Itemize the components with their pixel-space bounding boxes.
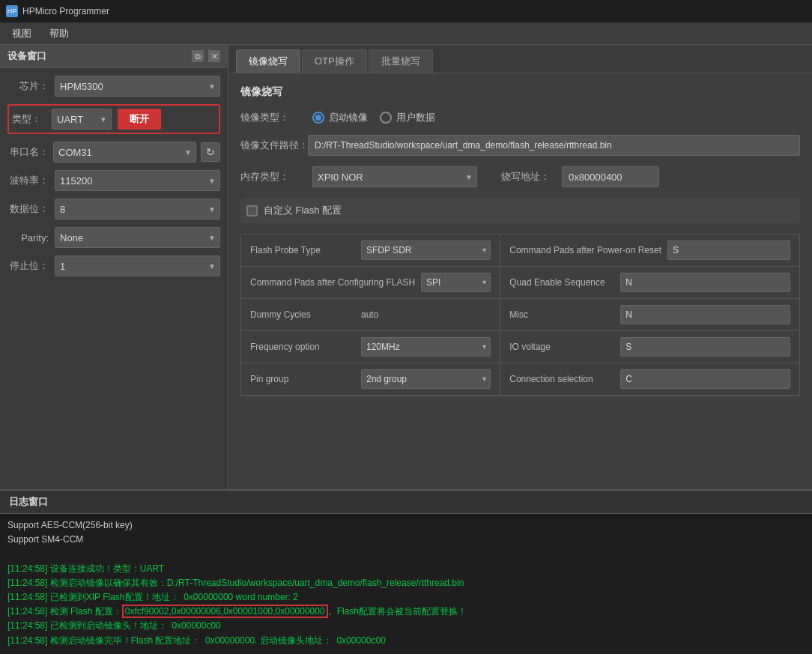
com-select-wrapper: COM31 ▼	[53, 142, 196, 163]
cmd-pads-flash-cell: Command Pads after Configuring FLASH SPI…	[241, 267, 500, 299]
file-path-input[interactable]	[308, 135, 800, 156]
conn-selection-input[interactable]	[620, 369, 790, 389]
com-label: 串口名：	[7, 145, 49, 159]
tab-otp[interactable]: OTP操作	[302, 49, 367, 73]
cmd-pads-reset-cell: Command Pads after Power-on Reset	[500, 234, 799, 267]
parity-row: Parity: None ▼	[7, 227, 220, 248]
flash-probe-type-label: Flash Probe Type	[250, 245, 355, 255]
freq-option-select[interactable]: 120MHz 200MHz	[361, 337, 491, 357]
mem-type-select[interactable]: XPI0 NOR	[312, 166, 477, 187]
radio-user-data[interactable]: 用户数据	[380, 111, 435, 124]
radio-group: 启动镜像 用户数据	[312, 111, 435, 124]
app-title: HPMicro Programmer	[22, 6, 109, 16]
baud-row: 波特率： 115200 ▼	[7, 170, 220, 191]
baud-select[interactable]: 115200	[55, 170, 220, 191]
menu-help[interactable]: 帮助	[40, 24, 78, 43]
stopbits-select[interactable]: 1	[55, 255, 220, 276]
device-panel-title: 设备窗口	[7, 49, 46, 63]
misc-label: Misc	[509, 309, 614, 320]
flash-probe-type-select-wrapper: SFDP SDR SFDP DDR ▼	[361, 240, 491, 260]
chip-select[interactable]: HPM5300	[55, 76, 220, 97]
type-select-wrapper: UART ▼	[52, 109, 112, 130]
image-type-label: 镜像类型：	[240, 111, 300, 124]
log-line-5: [11:24:58] 已检测到XIP Flash配置！地址： 0x0000000…	[7, 590, 805, 605]
stopbits-row: 停止位： 1 ▼	[7, 255, 220, 276]
io-voltage-cell: IO voltage	[500, 331, 799, 363]
type-select[interactable]: UART	[52, 109, 112, 130]
conn-selection-label: Connection selection	[509, 374, 614, 384]
flash-probe-type-cell: Flash Probe Type SFDP SDR SFDP DDR ▼	[241, 234, 500, 267]
io-voltage-input[interactable]	[620, 337, 790, 357]
tab-batch-burn[interactable]: 批量烧写	[369, 49, 433, 73]
chip-select-wrapper: HPM5300 ▼	[55, 76, 220, 97]
cmd-pads-flash-label: Command Pads after Configuring FLASH	[250, 277, 415, 288]
menu-bar: 视图 帮助	[0, 22, 812, 45]
type-row: 类型： UART ▼ 断开	[7, 104, 220, 134]
mem-select-wrapper: XPI0 NOR ▼	[312, 166, 477, 187]
log-content: Support AES-CCM(256-bit key) Support SM4…	[0, 514, 812, 654]
databits-select[interactable]: 8	[55, 199, 220, 219]
log-area: 日志窗口 Support AES-CCM(256-bit key) Suppor…	[0, 489, 812, 654]
pin-group-select-wrapper: 1st group 2nd group ▼	[361, 369, 491, 389]
cmd-pads-reset-input[interactable]	[667, 240, 790, 260]
log-line-8: [11:24:58] 检测启动镜像完毕！Flash 配置地址： 0x000000…	[7, 634, 805, 648]
misc-cell: Misc	[500, 299, 799, 331]
log-line-1: Support SM4-CCM	[7, 533, 805, 547]
freq-option-select-wrapper: 120MHz 200MHz ▼	[361, 337, 491, 357]
log-highlight: 0xfcf90002,0x00000006,0x00001000,0x00000…	[122, 605, 328, 618]
dummy-cycles-label: Dummy Cycles	[250, 309, 355, 320]
parity-select-wrapper: None ▼	[55, 227, 220, 248]
cmd-pads-flash-select-wrapper: SPI DPI QPI ▼	[421, 273, 491, 292]
type-label: 类型：	[12, 112, 46, 126]
cmd-pads-flash-select[interactable]: SPI DPI QPI	[421, 273, 491, 292]
com-row: 串口名： COM31 ▼ ↻	[7, 142, 220, 163]
io-voltage-label: IO voltage	[509, 342, 614, 352]
stopbits-select-wrapper: 1 ▼	[55, 255, 220, 276]
pin-group-cell: Pin group 1st group 2nd group ▼	[241, 363, 500, 396]
flash-config-row: 自定义 Flash 配置	[240, 198, 800, 223]
databits-label: 数据位：	[7, 202, 49, 216]
menu-view[interactable]: 视图	[3, 24, 40, 43]
app-icon: HP	[6, 5, 18, 17]
cmd-pads-reset-label: Command Pads after Power-on Reset	[509, 245, 661, 255]
device-form: 芯片： HPM5300 ▼ 类型： UART ▼	[0, 68, 228, 284]
device-panel: 设备窗口 ⧉ ✕ 芯片： HPM5300 ▼	[0, 45, 228, 489]
stopbits-label: 停止位：	[7, 259, 49, 273]
file-path-row: 镜像文件路径：	[240, 135, 800, 156]
disconnect-button[interactable]: 断开	[118, 109, 161, 130]
chip-row: 芯片： HPM5300 ▼	[7, 76, 220, 97]
main-panel: 镜像烧写 OTP操作 批量烧写 镜像烧写 镜像类型： 启动镜像	[228, 45, 812, 489]
tab-image-burn[interactable]: 镜像烧写	[236, 49, 300, 73]
com-select[interactable]: COM31	[53, 142, 196, 163]
log-line-2	[7, 547, 805, 561]
burn-addr-input[interactable]	[562, 166, 659, 187]
databits-row: 数据位： 8 ▼	[7, 199, 220, 219]
log-line-0: Support AES-CCM(256-bit key)	[7, 518, 805, 533]
tabs: 镜像烧写 OTP操作 批量烧写	[228, 45, 812, 73]
baud-select-wrapper: 115200 ▼	[55, 170, 220, 191]
quad-enable-input[interactable]	[620, 273, 790, 292]
parity-label: Parity:	[7, 232, 49, 243]
flash-probe-type-select[interactable]: SFDP SDR SFDP DDR	[361, 240, 491, 260]
section-title: 镜像烧写	[240, 85, 800, 99]
panel-close-button[interactable]: ✕	[208, 50, 220, 62]
log-header: 日志窗口	[0, 491, 812, 514]
flash-config-label: 自定义 Flash 配置	[264, 204, 342, 217]
pin-group-select[interactable]: 1st group 2nd group	[361, 369, 491, 389]
radio-user-label: 用户数据	[396, 111, 435, 124]
freq-option-cell: Frequency option 120MHz 200MHz ▼	[241, 331, 500, 363]
dummy-cycles-value: auto	[361, 309, 378, 320]
log-line-6: [11:24:58] 检测 Flash 配置：0xfcf90002,0x0000…	[7, 605, 805, 619]
parity-select[interactable]: None	[55, 227, 220, 248]
misc-input[interactable]	[620, 305, 790, 324]
device-panel-header: 设备窗口 ⧉ ✕	[0, 45, 228, 68]
freq-option-label: Frequency option	[250, 342, 355, 352]
mem-row: 内存类型： XPI0 NOR ▼ 烧写地址：	[240, 166, 800, 187]
flash-config-checkbox[interactable]	[246, 205, 258, 217]
radio-boot-circle	[312, 112, 324, 124]
panel-restore-button[interactable]: ⧉	[192, 50, 204, 62]
tab-content: 镜像烧写 镜像类型： 启动镜像 用户数据	[228, 73, 812, 489]
radio-boot-image[interactable]: 启动镜像	[312, 111, 368, 124]
quad-enable-label: Quad Enable Sequence	[509, 277, 614, 288]
com-refresh-button[interactable]: ↻	[201, 142, 220, 162]
